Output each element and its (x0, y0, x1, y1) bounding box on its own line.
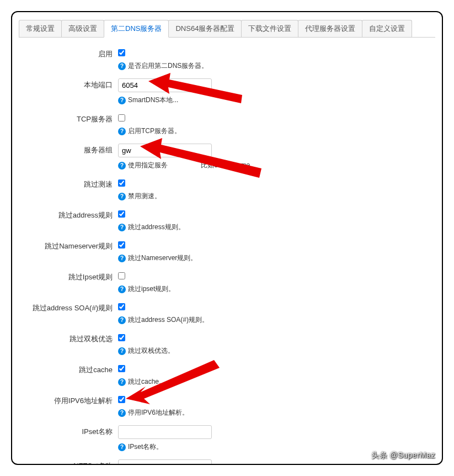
tabs-bar: 常规设置 高级设置 第二DNS服务器 DNS64服务器配置 下载文件设置 代理服… (19, 20, 435, 38)
tab-dns64[interactable]: DNS64服务器配置 (168, 20, 242, 37)
label-tcp-server: TCP服务器 (19, 113, 118, 124)
help-icon[interactable]: ? (118, 409, 126, 417)
help-skip-soa: 跳过address SOA(#)规则。 (128, 315, 209, 325)
label-enable: 启用 (19, 47, 118, 59)
label-skip-soa: 跳过address SOA(#)规则 (19, 302, 118, 313)
checkbox-skip-address[interactable] (118, 210, 125, 218)
help-icon[interactable]: ? (118, 285, 126, 293)
help-skip-address: 跳过address规则。 (128, 223, 185, 232)
watermark: 头条 @SuperMaz (371, 451, 435, 461)
help-skip-dualstack: 跳过双栈优选。 (128, 346, 174, 356)
checkbox-skip-soa[interactable] (118, 303, 125, 310)
label-skip-speed: 跳过测速 (19, 178, 118, 189)
tab-custom[interactable]: 自定义设置 (362, 20, 412, 37)
tab-proxy[interactable]: 代理服务器设置 (298, 20, 362, 37)
label-skip-ipset: 跳过Ipset规则 (19, 271, 118, 282)
help-icon[interactable]: ? (118, 316, 126, 324)
help-disable-ipv6: 停用IPV6地址解析。 (128, 408, 189, 417)
label-local-port: 本地端口 (19, 78, 118, 90)
tab-advanced[interactable]: 高级设置 (61, 20, 104, 37)
tab-second-dns[interactable]: 第二DNS服务器 (104, 20, 169, 38)
help-icon[interactable]: ? (118, 62, 126, 70)
help-icon[interactable]: ? (118, 378, 126, 386)
tab-general[interactable]: 常规设置 (19, 20, 62, 37)
help-icon[interactable]: ? (118, 347, 126, 355)
checkbox-skip-dualstack[interactable] (118, 334, 125, 341)
help-skip-cache: 跳过cache。 (128, 377, 165, 387)
help-skip-speed: 禁用测速。 (128, 192, 161, 201)
help-local-port: SmartDNS本地... (128, 96, 178, 105)
help-icon[interactable]: ? (118, 162, 126, 170)
help-icon[interactable]: ? (118, 255, 126, 262)
label-skip-cache: 跳过cache (19, 363, 118, 375)
label-disable-ipv6: 停用IPV6地址解析 (19, 394, 118, 406)
label-nftset-name: NFTSet名称 (19, 459, 118, 465)
input-nftset-name[interactable] (118, 459, 212, 465)
label-ipset-name: IPset名称 (19, 425, 118, 437)
help-ipset-name: IPset名称。 (128, 442, 163, 452)
help-tcp-server: 启用TCP服务器。 (128, 126, 181, 136)
help-skip-nameserver: 跳过Nameserver规则。 (128, 253, 197, 263)
help-icon[interactable]: ? (118, 193, 126, 200)
checkbox-skip-cache[interactable] (118, 365, 125, 372)
help-icon[interactable]: ? (118, 224, 126, 231)
help-skip-ipset: 跳过ipset规则。 (128, 284, 175, 294)
tab-download[interactable]: 下载文件设置 (241, 20, 298, 37)
input-local-port[interactable] (118, 78, 212, 92)
checkbox-skip-speed[interactable] (118, 179, 125, 187)
checkbox-skip-ipset[interactable] (118, 272, 125, 279)
help-icon[interactable]: ? (118, 443, 126, 451)
checkbox-enable[interactable] (118, 49, 125, 56)
help-server-group: 使用指定服务 (128, 161, 168, 170)
input-ipset-name[interactable] (118, 425, 212, 439)
checkbox-disable-ipv6[interactable] (118, 396, 125, 403)
input-server-group[interactable] (118, 144, 212, 157)
help-icon[interactable]: ? (118, 97, 126, 104)
label-skip-nameserver: 跳过Nameserver规则 (19, 240, 118, 251)
checkbox-tcp-server[interactable] (118, 114, 125, 121)
help-icon[interactable]: ? (118, 128, 126, 135)
label-skip-dualstack: 跳过双栈优选 (19, 332, 118, 344)
help-server-group-suffix: 比如office, home。 (201, 161, 257, 170)
checkbox-skip-nameserver[interactable] (118, 241, 125, 248)
help-enable: 是否启用第二DNS服务器。 (128, 61, 208, 71)
label-server-group: 服务器组 (19, 144, 118, 155)
label-skip-address: 跳过address规则 (19, 209, 118, 220)
